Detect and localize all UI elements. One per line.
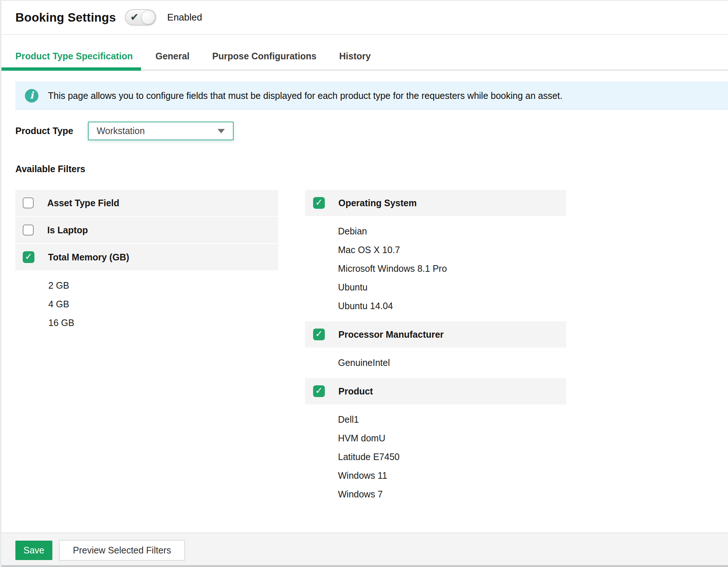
filter-row-asset-type-field[interactable]: Asset Type Field (15, 190, 278, 216)
list-item: Windows 11 (338, 466, 566, 485)
toggle-check-icon: ✔ (130, 11, 139, 23)
filter-label: Is Laptop (47, 225, 88, 236)
booking-enabled-toggle[interactable]: ✔ (125, 9, 156, 26)
product-type-selected-value: Workstation (97, 126, 218, 136)
active-tab-indicator (1, 67, 141, 71)
list-item: 2 GB (48, 276, 278, 295)
filter-label: Product (338, 386, 373, 397)
tab-divider-line (141, 70, 728, 71)
list-item: 4 GB (48, 295, 278, 314)
checkbox-unchecked-icon[interactable] (23, 225, 34, 236)
tab-general[interactable]: General (155, 51, 189, 62)
info-banner: i This page allows you to configure fiel… (15, 82, 728, 110)
filter-label: Operating System (338, 198, 417, 208)
product-type-select[interactable]: Workstation (88, 122, 234, 140)
page-header: Booking Settings ✔ Enabled (1, 1, 728, 35)
list-item: Latitude E7450 (338, 448, 566, 466)
booking-settings-page: Booking Settings ✔ Enabled Product Type … (0, 0, 728, 567)
filter-row-product[interactable]: Product (305, 378, 566, 404)
tab-history[interactable]: History (339, 51, 371, 62)
processor-manufacturer-values: GenuineIntel (305, 348, 566, 378)
chevron-down-icon (218, 129, 225, 133)
available-filters-heading: Available Filters (15, 164, 728, 174)
product-type-label: Product Type (15, 126, 73, 136)
list-item: Mac OS X 10.7 (338, 241, 566, 259)
filters-right-column: Operating System Debian Mac OS X 10.7 Mi… (305, 190, 566, 509)
list-item: Debian (338, 222, 566, 241)
list-item: GenuineIntel (338, 353, 566, 372)
toggle-knob[interactable] (141, 10, 155, 25)
total-memory-values: 2 GB 4 GB 16 GB (15, 271, 278, 338)
filter-label: Total Memory (GB) (48, 252, 129, 263)
filter-row-processor-manufacturer[interactable]: Processor Manufacturer (305, 321, 566, 348)
product-type-row: Product Type Workstation (15, 122, 728, 140)
filter-row-total-memory[interactable]: Total Memory (GB) (15, 244, 278, 270)
filter-label: Asset Type Field (47, 198, 119, 208)
tab-labels: Product Type Specification General Purpo… (1, 35, 728, 67)
checkbox-checked-icon[interactable] (23, 251, 34, 263)
tab-underline (1, 67, 728, 71)
list-item: Ubuntu (338, 278, 566, 297)
operating-system-values: Debian Mac OS X 10.7 Microsoft Windows 8… (305, 217, 566, 321)
info-banner-text: This page allows you to configure fields… (48, 90, 562, 101)
preview-selected-filters-button[interactable]: Preview Selected Filters (59, 540, 185, 561)
toggle-state-label: Enabled (167, 12, 202, 23)
checkbox-checked-icon[interactable] (313, 385, 325, 397)
filter-label: Processor Manufacturer (338, 329, 444, 340)
checkbox-unchecked-icon[interactable] (23, 197, 34, 208)
list-item: Windows 7 (338, 485, 566, 504)
tab-product-type-specification[interactable]: Product Type Specification (15, 51, 133, 62)
checkbox-checked-icon[interactable] (313, 197, 325, 209)
tab-purpose-configurations[interactable]: Purpose Configurations (212, 51, 317, 62)
list-item: Dell1 (338, 410, 566, 429)
action-footer: Save Preview Selected Filters (1, 533, 728, 567)
product-values: Dell1 HVM domU Latitude E7450 Windows 11… (305, 405, 566, 509)
checkbox-checked-icon[interactable] (313, 329, 325, 340)
save-button[interactable]: Save (15, 541, 52, 560)
filter-row-operating-system[interactable]: Operating System (305, 190, 566, 216)
list-item: Microsoft Windows 8.1 Pro (338, 259, 566, 278)
list-item: Ubuntu 14.04 (338, 297, 566, 315)
tab-bar: Product Type Specification General Purpo… (1, 35, 728, 71)
list-item: HVM domU (338, 429, 566, 448)
page-title: Booking Settings (15, 11, 116, 25)
filters-left-column: Asset Type Field Is Laptop Total Memory … (15, 190, 278, 338)
info-icon: i (25, 89, 38, 103)
filter-row-is-laptop[interactable]: Is Laptop (15, 217, 278, 243)
list-item: 16 GB (48, 314, 278, 332)
filters-area: Asset Type Field Is Laptop Total Memory … (15, 190, 728, 509)
